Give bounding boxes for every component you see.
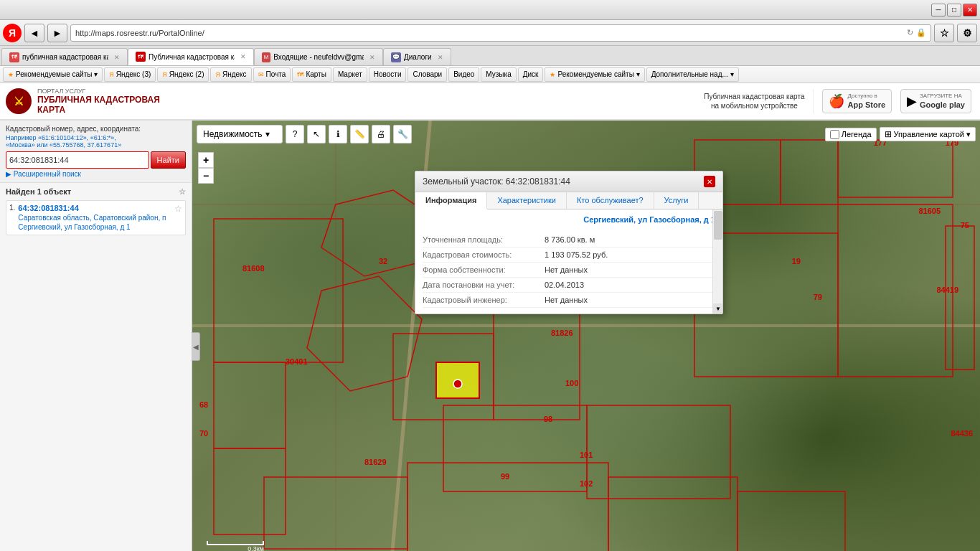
results-section: Найден 1 объект ☆ 1. 64:32:081831:44 Сар… [0,183,192,551]
scrollbar-down-arrow[interactable]: ▼ [713,303,722,314]
popup-close-button[interactable]: ✕ [704,176,715,187]
tab-2[interactable]: M Входящие - neufeldvv@gmail.... ✕ [254,48,383,65]
manage-chevron-icon: ▾ [966,130,971,139]
popup-tab-service[interactable]: Кто обслуживает? [567,192,654,209]
popup-address-text: Сергиевский, ул Газосборная, д [583,215,711,224]
bookmark-yandex[interactable]: Я Яндекс [210,67,251,82]
help-button[interactable]: ? [286,125,304,143]
results-found-label: Найден [6,187,37,196]
scrollbar-thumb[interactable] [714,211,722,240]
popup-tab-info[interactable]: Информация [415,192,487,209]
popup-header: Земельный участок: 64:32:081831:44 ✕ [415,171,722,192]
settings-button[interactable]: ⚙ [957,24,977,42]
sidebar-header: ⚔ ПОРТАЛ УСЛУГ ПУБЛИЧНАЯ КАДАСТРОВАЯ КАР… [0,83,192,120]
bookmark-more[interactable]: Дополнительные над... ▾ [646,67,739,82]
bookmarks-bar: ★ Рекомендуемые сайты ▾ Я Яндекс (3) Я Я… [0,66,980,83]
property-type-select[interactable]: Недвижимость ▾ [197,125,283,143]
info-row-date: Дата постановки на учет: 02.04.2013 [423,278,715,293]
googleplay-badge[interactable]: ▶ ЗАГРУЗИТЕ НА Google play [900,89,971,114]
portal-logo: ⚔ [6,88,32,114]
zoom-out-button[interactable]: − [198,168,214,184]
tab-3[interactable]: 💬 Диалоги ✕ [383,48,451,65]
tab-3-close[interactable]: ✕ [438,54,443,61]
results-unit: объект [42,187,71,196]
date-value: 02.04.2013 [545,281,715,289]
browser-toolbar: Я ◄ ► http://maps.rosreestr.ru/PortalOnl… [0,20,980,46]
result-item-1[interactable]: 1. 64:32:081831:44 Саратовская область, … [6,200,186,235]
popup-address: Сергиевский, ул Газосборная, д 1 [423,215,715,227]
appstore-badge[interactable]: 🍎 Доступно в App Store [822,89,892,114]
tools-button[interactable]: 🔧 [393,125,412,143]
map-area[interactable]: 177 179 81605 75 81608 32 64 81831 81826… [192,121,980,551]
popup-tab-services[interactable]: Услуги [654,192,699,209]
advanced-search-link[interactable]: ▶ Расширенный поиск [6,170,186,178]
tab-0-favicon: 🗺 [9,52,19,62]
date-label: Дата постановки на учет: [423,281,545,289]
bookmark-disk[interactable]: Диск [518,67,544,82]
info-row-cost: Кадастровая стоимость: 1 193 075.52 руб. [423,248,715,263]
maximize-button[interactable]: □ [947,4,961,17]
bookmark-recommended-1[interactable]: ★ Рекомендуемые сайты ▾ [3,67,103,82]
bookmark-label: Маркет [338,70,362,78]
results-header: Найден 1 объект ☆ [6,187,186,196]
address-link[interactable]: 1 [126,223,131,231]
ownership-label: Форма собственности: [423,265,545,274]
search-row: Найти [6,151,186,169]
sidebar-collapse-button[interactable]: ◀ [192,332,200,361]
measure-button[interactable]: 📏 [350,125,369,143]
appstore-available: Доступно в [847,93,885,100]
bookmark-market[interactable]: Маркет [333,67,367,82]
yandex-icon: Я [215,71,220,78]
back-button[interactable]: ◄ [24,24,44,42]
mobile-promo: Публичная кадастровая картана мобильном … [695,89,814,113]
dropdown-chevron-icon: ▾ [265,129,270,139]
favorites-button[interactable]: ☆ [934,24,954,42]
minimize-button[interactable]: ─ [931,4,946,17]
zoom-in-button[interactable]: + [198,152,214,168]
bookmark-maps[interactable]: 🗺 Карты [292,67,331,82]
search-button[interactable]: Найти [151,151,186,169]
bookmark-mail[interactable]: ✉ Почта [253,67,291,82]
bookmark-yandex-3[interactable]: Я Яндекс (3) [104,67,156,82]
address-bar[interactable]: http://maps.rosreestr.ru/PortalOnline/ ↻… [70,24,931,42]
close-button[interactable]: ✕ [963,4,977,17]
tab-1-close[interactable]: ✕ [240,53,246,60]
yandex-icon: Я [109,71,114,78]
google-icon: ▶ [907,93,917,109]
tab-1[interactable]: 🗺 Публичная кадастровая ка... ✕ [128,48,254,65]
bookmark-music[interactable]: Музыка [481,67,516,82]
print-button[interactable]: 🖨 [372,125,390,143]
forward-button[interactable]: ► [47,24,67,42]
googleplay-available: ЗАГРУЗИТЕ НА [920,93,965,100]
tab-2-close[interactable]: ✕ [369,54,375,61]
bookmark-yandex-2[interactable]: Я Яндекс (2) [157,67,209,82]
engineer-label: Кадастровый инженер: [423,296,545,304]
bookmark-news[interactable]: Новости [369,67,407,82]
tab-0-close[interactable]: ✕ [114,54,120,61]
map-manage-button[interactable]: ⊞ Управление картой ▾ [880,127,976,141]
sidebar: Кадастровый номер, адрес, координата: На… [0,121,192,551]
refresh-icon[interactable]: ↻ [907,28,913,37]
mail-icon: ✉ [258,71,264,78]
scrollbar[interactable]: ▼ [712,209,722,314]
legend-checkbox[interactable] [830,130,839,139]
select-tool-button[interactable]: ↖ [307,125,326,143]
legend-toggle[interactable]: Легенда [825,128,877,141]
result-star-icon[interactable]: ☆ [174,204,182,214]
bookmark-star-icon[interactable]: ☆ [179,187,186,197]
tabs-bar: 🗺 публичная кадастровая карта... ✕ 🗺 Пуб… [0,46,980,66]
tab-3-label: Диалоги [404,53,432,61]
tab-1-label: Публичная кадастровая ка... [149,53,235,61]
tab-0[interactable]: 🗺 публичная кадастровая карта... ✕ [1,48,128,65]
bookmark-video[interactable]: Видео [448,67,479,82]
tab-3-favicon: 💬 [391,52,401,62]
info-button[interactable]: ℹ [329,125,347,143]
popup-tab-characteristics[interactable]: Характеристики [487,192,567,209]
bookmark-recommended-2[interactable]: ★ Рекомендуемые сайты ▾ [545,67,644,82]
window-controls: ─ □ ✕ [931,4,977,17]
bookmark-dict[interactable]: Словари [407,67,447,82]
result-cadastral[interactable]: 64:32:081831:44 [18,204,166,212]
search-input[interactable] [6,151,149,169]
area-value: 8 736.00 кв. м [545,235,715,244]
bookmark-label: Яндекс (2) [169,70,204,78]
